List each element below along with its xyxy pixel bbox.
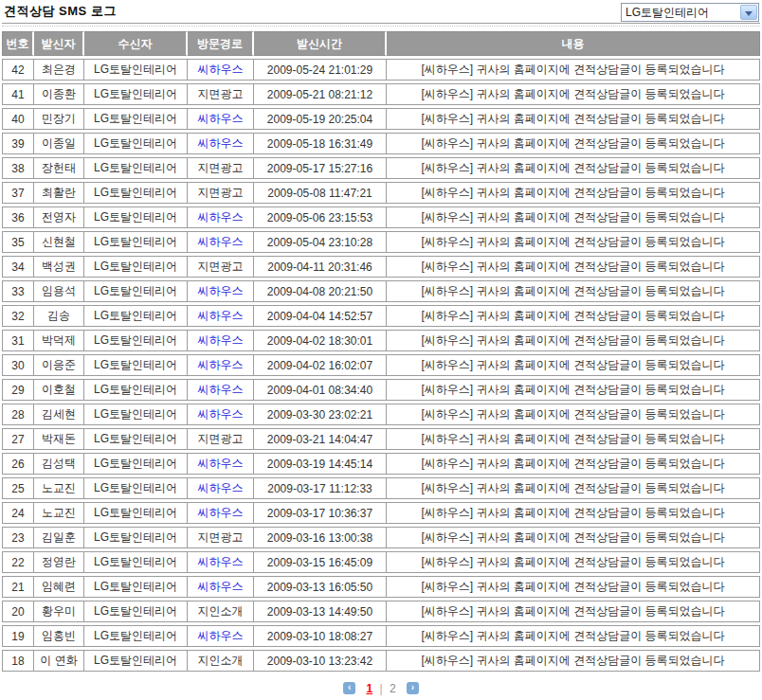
sender-cell: 임혜련 [34,576,84,598]
column-header-receiver: 수신자 [84,31,188,56]
row-number-cell: 19 [2,625,34,647]
table-row: 23김일훈LG토탈인테리어지면광고2009-03-16 13:00:38[씨하우… [2,527,760,548]
channel-cell: 씨하우스 [188,133,254,154]
receiver-cell: LG토탈인테리어 [84,231,188,253]
table-row: 33임용석LG토탈인테리어씨하우스2009-04-08 20:21:50[씨하우… [2,280,760,302]
sender-cell: 김세현 [34,404,84,425]
prev-page-icon[interactable]: ‹ [343,682,355,694]
message-cell: [씨하우스] 귀사의 홈페이지에 견적상담글이 등록되었습니다 [387,354,760,376]
row-number-cell: 25 [2,477,34,499]
table-row: 25노교진LG토탈인테리어씨하우스2009-03-17 11:12:33[씨하우… [2,477,760,499]
time-cell: 2009-03-15 16:45:09 [254,551,387,573]
table-row: 40민장기LG토탈인테리어씨하우스2009-05-19 20:25:04[씨하우… [2,108,760,130]
table-row: 31박덕제LG토탈인테리어씨하우스2009-04-02 18:30:01[씨하우… [2,330,760,351]
time-cell: 2009-03-16 13:00:38 [254,527,387,548]
time-cell: 2009-05-04 23:10:28 [254,231,387,253]
receiver-cell: LG토탈인테리어 [84,502,188,524]
page-number-1[interactable]: 1 [366,682,372,695]
channel-cell: 씨하우스 [188,330,254,351]
column-header-time: 발신시간 [254,31,387,56]
receiver-cell: LG토탈인테리어 [84,305,188,327]
sender-cell: 이응준 [34,354,84,376]
next-page-icon[interactable]: › [407,682,419,694]
message-cell: [씨하우스] 귀사의 홈페이지에 견적상담글이 등록되었습니다 [387,157,760,179]
message-cell: [씨하우스] 귀사의 홈페이지에 견적상담글이 등록되었습니다 [387,477,760,499]
receiver-cell: LG토탈인테리어 [84,280,188,302]
sender-cell: 김성택 [34,453,84,475]
channel-cell: 씨하우스 [188,280,254,302]
row-number-cell: 18 [2,650,34,672]
receiver-cell: LG토탈인테리어 [84,83,188,105]
row-number-cell: 20 [2,601,34,622]
channel-cell: 씨하우스 [188,625,254,647]
sender-cell: 이종환 [34,83,84,105]
table-row: 22정영란LG토탈인테리어씨하우스2009-03-15 16:45:09[씨하우… [2,551,760,573]
time-cell: 2009-05-17 15:27:16 [254,157,387,179]
time-cell: 2009-03-21 14:04:47 [254,428,387,450]
channel-cell: 지인소개 [188,650,254,672]
channel-cell: 씨하우스 [188,354,254,376]
time-cell: 2009-04-02 18:30:01 [254,330,387,351]
row-number-cell: 34 [2,256,34,278]
channel-cell: 지면광고 [188,256,254,278]
site-filter-select[interactable]: LG토탈인테리어 [621,3,759,22]
time-cell: 2009-04-11 20:31:46 [254,256,387,278]
message-cell: [씨하우스] 귀사의 홈페이지에 견적상담글이 등록되었습니다 [387,305,760,327]
sender-cell: 노교진 [34,477,84,499]
message-cell: [씨하우스] 귀사의 홈페이지에 견적상담글이 등록되었습니다 [387,182,760,204]
chevron-down-icon[interactable] [740,5,757,20]
page-number-2[interactable]: 2 [390,682,396,695]
time-cell: 2009-03-17 11:12:33 [254,477,387,499]
time-cell: 2009-03-13 16:05:50 [254,576,387,598]
channel-cell: 지면광고 [188,428,254,450]
sender-cell: 김송 [34,305,84,327]
sender-cell: 민장기 [34,108,84,130]
row-number-cell: 24 [2,502,34,524]
table-row: 27박재돈LG토탈인테리어지면광고2009-03-21 14:04:47[씨하우… [2,428,760,450]
receiver-cell: LG토탈인테리어 [84,182,188,204]
column-header-no: 번호 [2,31,34,56]
sms-log-table: 번호 발신자 수신자 방문경로 발신시간 내용 42최은경LG토탈인테리어씨하우… [2,28,760,674]
table-header-row: 번호 발신자 수신자 방문경로 발신시간 내용 [2,31,760,56]
sender-cell: 최은경 [34,59,84,81]
channel-cell: 지면광고 [188,527,254,548]
row-number-cell: 27 [2,428,34,450]
row-number-cell: 29 [2,379,34,401]
channel-cell: 씨하우스 [188,108,254,130]
receiver-cell: LG토탈인테리어 [84,330,188,351]
receiver-cell: LG토탈인테리어 [84,59,188,81]
message-cell: [씨하우스] 귀사의 홈페이지에 견적상담글이 등록되었습니다 [387,280,760,302]
column-header-message: 내용 [387,31,760,56]
table-row: 28김세현LG토탈인테리어씨하우스2009-03-30 23:02:21[씨하우… [2,404,760,425]
table-row: 37최활란LG토탈인테리어지면광고2009-05-08 11:47:21[씨하우… [2,182,760,204]
row-number-cell: 39 [2,133,34,154]
table-row: 39이종일LG토탈인테리어씨하우스2009-05-18 16:31:49[씨하우… [2,133,760,154]
message-cell: [씨하우스] 귀사의 홈페이지에 견적상담글이 등록되었습니다 [387,379,760,401]
receiver-cell: LG토탈인테리어 [84,601,188,622]
row-number-cell: 22 [2,551,34,573]
sender-cell: 최활란 [34,182,84,204]
row-number-cell: 32 [2,305,34,327]
message-cell: [씨하우스] 귀사의 홈페이지에 견적상담글이 등록되었습니다 [387,404,760,425]
message-cell: [씨하우스] 귀사의 홈페이지에 견적상담글이 등록되었습니다 [387,527,760,548]
title-divider [2,23,760,27]
row-number-cell: 26 [2,453,34,475]
receiver-cell: LG토탈인테리어 [84,354,188,376]
message-cell: [씨하우스] 귀사의 홈페이지에 견적상담글이 등록되었습니다 [387,428,760,450]
time-cell: 2009-03-17 10:36:37 [254,502,387,524]
receiver-cell: LG토탈인테리어 [84,108,188,130]
message-cell: [씨하우스] 귀사의 홈페이지에 견적상담글이 등록되었습니다 [387,256,760,278]
row-number-cell: 28 [2,404,34,425]
sender-cell: 이종일 [34,133,84,154]
time-cell: 2009-04-08 20:21:50 [254,280,387,302]
sender-cell: 김일훈 [34,527,84,548]
channel-cell: 지인소개 [188,601,254,622]
channel-cell: 씨하우스 [188,404,254,425]
time-cell: 2009-03-13 14:49:50 [254,601,387,622]
channel-cell: 지면광고 [188,83,254,105]
message-cell: [씨하우스] 귀사의 홈페이지에 견적상담글이 등록되었습니다 [387,206,760,228]
time-cell: 2009-03-10 13:23:42 [254,650,387,672]
time-cell: 2009-05-21 08:21:12 [254,83,387,105]
receiver-cell: LG토탈인테리어 [84,404,188,425]
receiver-cell: LG토탈인테리어 [84,650,188,672]
